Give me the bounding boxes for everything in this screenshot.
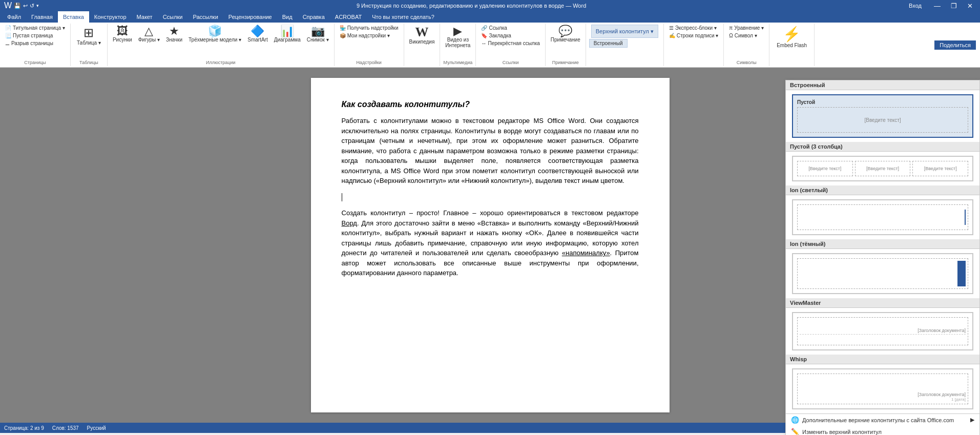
close-btn[interactable]: ✕ — [964, 2, 976, 10]
pages-label: Страницы — [24, 60, 46, 65]
ribbon-group-embed: ⚡ Embed Flash — [769, 24, 815, 66]
title-bar: W 💾 ↩ ↺ ▾ 9 Инструкция по созданию, реда… — [0, 0, 980, 11]
pustoy-template[interactable]: Пустой [Введите текст] — [792, 94, 973, 138]
tab-refs[interactable]: Ссылки — [158, 11, 188, 23]
media-label: Мультимедиа — [444, 60, 473, 65]
ribbon-group-pages: 📄 Титульная страница ▾ 📃 Пустая страница… — [0, 24, 71, 66]
pictures-icon: 🖼 — [117, 26, 128, 37]
restore-btn[interactable]: ❐ — [948, 2, 960, 10]
word-logo-icon: W — [4, 1, 12, 10]
page-break-icon: ⚊ — [5, 40, 10, 46]
equation-btn[interactable]: π Уравнение ▾ — [727, 25, 766, 31]
more-headers-btn[interactable]: 🌐 Дополнительные верхние колонтитулы с с… — [786, 414, 979, 423]
tab-review[interactable]: Рецензирование — [223, 11, 277, 23]
page-count: Страница: 2 из 9 — [4, 425, 44, 431]
hyperlink-btn[interactable]: 🔗 Ссылка — [479, 25, 509, 31]
language: Русский — [87, 425, 106, 431]
page-break-btn[interactable]: ⚊ Разрыв страницы — [3, 40, 67, 47]
tab-layout[interactable]: Макет — [132, 11, 158, 23]
notes-label: Примечание — [552, 60, 579, 65]
pustoy-3col-template[interactable]: [Введите текст] [Введите текст] [Введите… — [792, 156, 973, 181]
online-video-btn[interactable]: ▶ Видео изИнтернета — [443, 25, 472, 49]
tab-insert[interactable]: Вставка — [58, 11, 89, 23]
screenshot-btn[interactable]: 📷 Снимок ▾ — [305, 25, 331, 44]
ribbon-group-notes: 💬 Примечание Примечание — [546, 24, 586, 66]
ribbon-group-links: 🔗 Ссылка 🔖 Закладка ↔ Перекрёстная ссылк… — [476, 24, 545, 66]
word-link[interactable]: Ворд — [342, 219, 357, 227]
napominalku-link[interactable]: «напоминалку» — [562, 249, 610, 257]
blank-page-icon: 📃 — [5, 33, 11, 38]
ribbon-group-express: ☰ Экспресс-блоки ▾ ✍ Строки подписи ▾ — [664, 24, 724, 66]
header-dropdown-btn[interactable]: Верхний колонтитул ▾ — [591, 25, 658, 38]
document-paragraph-1: Работать с колонтитулами можно в текстов… — [342, 116, 639, 186]
ion-dark-template[interactable] — [792, 253, 973, 294]
tab-home[interactable]: Главная — [26, 11, 58, 23]
shapes-btn[interactable]: △ Фигуры ▾ — [136, 25, 162, 44]
blank-page-btn[interactable]: 📃 Пустая страница — [3, 32, 67, 39]
smartart-btn[interactable]: 🔷 SmartArt — [245, 25, 269, 44]
section-label-ion-dark: Ion (тёмный) — [786, 239, 979, 249]
quick-save-btn[interactable]: 💾 — [14, 3, 21, 9]
my-addins-icon: 📦 — [340, 33, 346, 38]
document-paragraph-2: Создать колонтитул – просто! Главное – х… — [342, 208, 639, 278]
wikipedia-icon: W — [415, 26, 428, 39]
embed-flash-btn[interactable]: ⚡ Embed Flash — [773, 25, 811, 49]
whisp-inner: [Заголовок документа] 1 [дата] — [797, 374, 968, 404]
table-btn[interactable]: ⊞ Таблица ▾ — [74, 25, 104, 47]
tab-mailing[interactable]: Рассылки — [187, 11, 223, 23]
pictures-btn[interactable]: 🖼 Рисунки — [111, 25, 134, 44]
sign-in-button[interactable]: Вход — [904, 1, 927, 10]
ribbon-group-illustrations: 🖼 Рисунки △ Фигуры ▾ ★ Значки 🧊 Трёхмерн… — [108, 24, 335, 66]
bookmark-btn[interactable]: 🔖 Закладка — [479, 32, 513, 39]
wikipedia-btn[interactable]: W Википедия — [407, 25, 437, 46]
ion-light-template[interactable] — [792, 199, 973, 235]
tab-help[interactable]: Справка — [298, 11, 330, 23]
crossref-btn[interactable]: ↔ Перекрёстная ссылка — [479, 40, 541, 47]
tab-file[interactable]: Файл — [2, 11, 26, 23]
word-count: Слов: 1537 — [52, 425, 79, 431]
document-page[interactable]: Как создавать колонтитулы? Работать с ко… — [311, 78, 670, 412]
tab-search[interactable]: Что вы хотите сделать? — [367, 11, 440, 23]
icons-btn[interactable]: ★ Значки — [164, 25, 184, 44]
dropdown-scroll-area[interactable]: Встроенный Пустой [Введите текст] Пустой… — [786, 80, 979, 413]
share-button[interactable]: Поделиться — [934, 40, 976, 50]
title-bar-controls: Вход — ❐ ✕ — [904, 1, 976, 10]
get-addins-btn[interactable]: 🏪 Получить надстройки — [338, 25, 401, 31]
pustoy-inner: [Введите текст] — [797, 107, 968, 133]
ribbon-group-eq-sym: π Уравнение ▾ Ω Символ ▾ Символы — [724, 24, 769, 66]
comment-btn[interactable]: 💬 Примечание — [549, 25, 582, 44]
pustoy-name: Пустой — [797, 99, 968, 105]
quick-redo-btn[interactable]: ↺ — [30, 3, 34, 9]
document-area: Как создавать колонтитулы? Работать с ко… — [0, 68, 980, 423]
tab-acrobat[interactable]: ACROBAT — [330, 11, 367, 23]
header-dropdown-label: Верхний колонтитул ▾ — [596, 28, 654, 35]
screenshot-icon: 📷 — [311, 26, 325, 37]
symbol-icon: Ω — [729, 33, 733, 38]
minimize-btn[interactable]: — — [931, 2, 944, 10]
my-addins-btn[interactable]: 📦 Мои надстройки ▾ — [338, 32, 392, 39]
cover-page-btn[interactable]: 📄 Титульная страница ▾ — [3, 25, 67, 31]
express-blocks-btn[interactable]: ☰ Экспресс-блоки ▾ — [667, 25, 719, 31]
express-icon: ☰ — [669, 25, 674, 31]
dropdown-menu-section: 🌐 Дополнительные верхние колонтитулы с с… — [786, 413, 979, 423]
section-label-whisp: Whisp — [786, 355, 979, 364]
ion-dark-inner — [797, 258, 968, 289]
chart-btn[interactable]: 📊 Диаграмма — [272, 25, 303, 44]
shapes-icon: △ — [144, 26, 153, 37]
hyperlink-icon: 🔗 — [481, 25, 487, 31]
viewmaster-template[interactable]: [Заголовок документа] — [792, 312, 973, 350]
symbol-btn[interactable]: Ω Символ ▾ — [727, 32, 759, 39]
tab-view[interactable]: Вид — [277, 11, 298, 23]
equation-icon: π — [729, 25, 733, 31]
whisp-template[interactable]: [Заголовок документа] 1 [дата] — [792, 368, 973, 409]
header-dropdown-panel: Встроенный Пустой [Введите текст] Пустой… — [785, 80, 980, 423]
quick-undo-btn[interactable]: ↩ — [23, 3, 28, 9]
tab-constructor[interactable]: Конструктор — [89, 11, 132, 23]
section-label-pustoy: Встроенный — [786, 80, 979, 90]
3d-models-btn[interactable]: 🧊 Трёхмерные модели ▾ — [186, 25, 243, 44]
ribbon-group-addins: 🏪 Получить надстройки 📦 Мои надстройки ▾… — [335, 24, 404, 66]
line-sign-btn[interactable]: ✍ Строки подписи ▾ — [667, 32, 721, 39]
window-title: 9 Инструкция по созданию, редактированию… — [39, 3, 904, 9]
ribbon: 📄 Титульная страница ▾ 📃 Пустая страница… — [0, 23, 980, 68]
links-label: Ссылки — [503, 60, 519, 65]
